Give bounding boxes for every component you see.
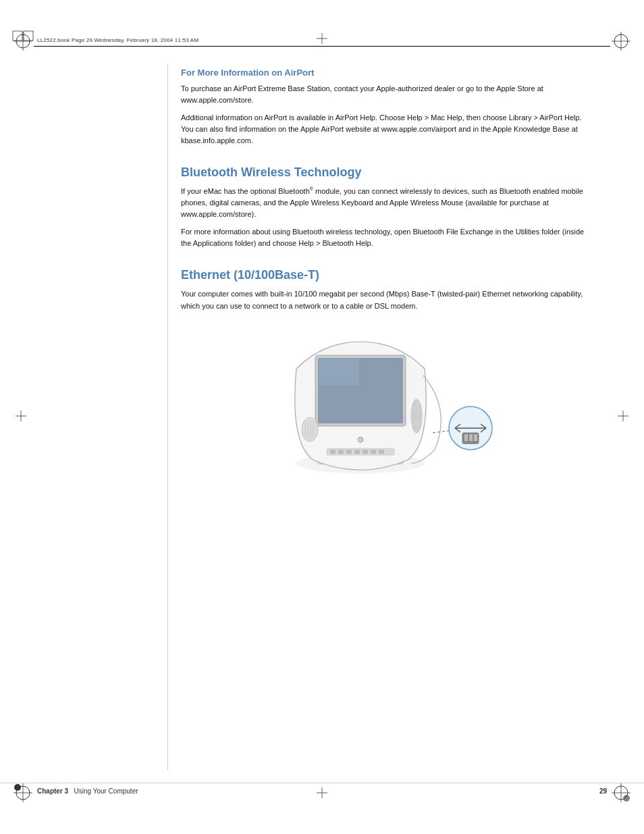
page: LL2522.book Page 29 Wednesday, February … [0, 0, 644, 834]
svg-rect-29 [346, 450, 352, 454]
footer-chapter-link: Using Your Computer [74, 787, 138, 795]
emac-ethernet-illustration [181, 328, 587, 490]
svg-rect-33 [379, 450, 384, 454]
svg-point-39 [411, 399, 422, 433]
svg-point-15 [623, 795, 630, 802]
ethernet-para1: Your computer comes with built-in 10/100… [181, 288, 587, 311]
svg-rect-30 [354, 450, 360, 454]
airport-para2: Additional information on AirPort is ava… [181, 112, 587, 147]
svg-rect-28 [338, 450, 344, 454]
footer-page-number: 29 [599, 787, 607, 795]
svg-rect-24 [319, 359, 359, 386]
svg-rect-32 [371, 450, 376, 454]
svg-point-25 [358, 437, 363, 442]
cross-mark-left [15, 410, 27, 425]
svg-point-34 [302, 417, 318, 442]
header-metadata: LL2522.book Page 29 Wednesday, February … [37, 37, 198, 43]
svg-rect-3 [13, 31, 22, 41]
footer-chapter-text: Chapter 3 Using Your Computer [37, 787, 138, 795]
ethernet-section-title: Ethernet (10/100Base-T) [181, 268, 587, 282]
svg-rect-47 [474, 434, 477, 441]
bluetooth-para1: If your eMac has the optional Bluetooth®… [181, 186, 587, 220]
bluetooth-para2: For more information about using Bluetoo… [181, 226, 587, 249]
svg-rect-4 [24, 31, 33, 41]
section-bluetooth: Bluetooth Wireless Technology If your eM… [181, 165, 587, 249]
emac-svg [256, 328, 512, 490]
section-ethernet: Ethernet (10/100Base-T) Your computer co… [181, 268, 587, 311]
section-airport: For More Information on AirPort To purch… [181, 68, 587, 147]
svg-rect-45 [464, 434, 468, 441]
left-margin-line [167, 64, 168, 770]
bluetooth-section-title: Bluetooth Wireless Technology [181, 165, 587, 180]
main-content: For More Information on AirPort To purch… [181, 68, 587, 766]
reg-mark-tr [610, 30, 632, 52]
svg-rect-46 [469, 434, 473, 441]
reg-mark-tl [12, 30, 34, 52]
footer-chapter-label: Chapter 3 [37, 787, 68, 795]
airport-section-title: For More Information on AirPort [181, 68, 587, 78]
svg-rect-27 [330, 450, 336, 454]
svg-rect-31 [363, 450, 368, 454]
airport-para1: To purchase an AirPort Extreme Base Stat… [181, 83, 587, 106]
cross-mark-bottom [316, 787, 328, 802]
cross-mark-top [316, 32, 328, 47]
cross-mark-right [617, 410, 629, 425]
